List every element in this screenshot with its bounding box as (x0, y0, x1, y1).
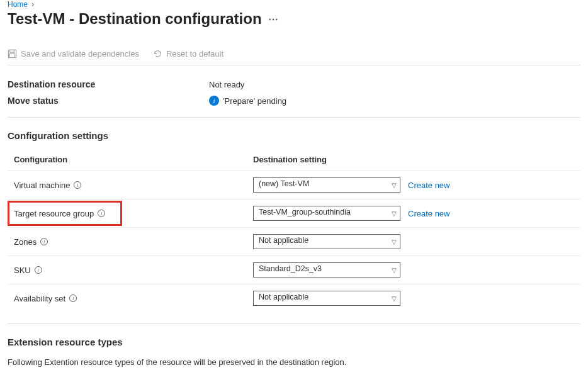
info-icon[interactable]: i (74, 181, 81, 189)
row-availability-set: Availability set i Not applicable ▽ (8, 284, 580, 312)
config-table-header: Configuration Destination setting (8, 151, 580, 171)
chevron-right-icon: › (30, 0, 36, 9)
breadcrumb-home[interactable]: Home (8, 0, 28, 9)
rg-select[interactable]: Test-VM_group-southindia (253, 206, 400, 221)
info-icon[interactable]: i (40, 238, 48, 245)
reset-button[interactable]: Reset to default (153, 49, 223, 59)
page-title-text: Test-VM - Destination configuration (8, 10, 262, 28)
zones-select[interactable]: Not applicable (253, 234, 400, 249)
sku-label: SKU (14, 266, 31, 275)
save-icon (8, 49, 17, 59)
move-status-value: i 'Prepare' pending (209, 96, 286, 106)
save-button-label: Save and validate dependencies (21, 49, 139, 59)
row-virtual-machine: Virtual machine i (new) Test-VM ▽ Create… (8, 171, 580, 199)
more-icon[interactable]: ⋯ (268, 13, 279, 25)
svg-rect-1 (10, 50, 14, 52)
row-zones: Zones i Not applicable ▽ (8, 227, 580, 255)
vm-create-new-link[interactable]: Create new (408, 181, 449, 190)
toolbar: Save and validate dependencies Reset to … (8, 45, 580, 65)
avset-select[interactable]: Not applicable (253, 291, 400, 306)
ext-description: Following Extention resource types of th… (8, 357, 580, 367)
destination-resource-row: Destination resource Not ready (8, 79, 580, 89)
ext-section-title: Extension resource types (8, 337, 580, 347)
destination-resource-label: Destination resource (8, 79, 209, 89)
rg-create-new-link[interactable]: Create new (408, 209, 449, 218)
divider (8, 323, 580, 324)
info-icon[interactable]: i (35, 266, 42, 274)
sku-select[interactable]: Standard_D2s_v3 (253, 262, 400, 278)
svg-rect-2 (9, 54, 14, 58)
config-section-title: Configuration settings (8, 130, 580, 141)
destination-resource-value: Not ready (209, 79, 244, 89)
avset-label: Availability set (14, 294, 65, 303)
header-destination-setting: Destination setting (253, 155, 580, 164)
info-icon[interactable]: i (98, 210, 105, 217)
vm-label: Virtual machine (14, 181, 70, 190)
row-sku: SKU i Standard_D2s_v3 ▽ (8, 255, 580, 284)
undo-icon (153, 49, 162, 59)
header-configuration: Configuration (14, 155, 253, 164)
zones-label: Zones (14, 237, 37, 247)
move-status-row: Move status i 'Prepare' pending (8, 96, 580, 106)
info-icon: i (209, 96, 219, 106)
breadcrumb: Home › (8, 0, 580, 10)
rg-label: Target resource group (14, 209, 94, 218)
divider (8, 117, 580, 118)
vm-select[interactable]: (new) Test-VM (253, 177, 400, 193)
reset-button-label: Reset to default (166, 49, 223, 59)
move-status-label: Move status (8, 96, 209, 106)
info-icon[interactable]: i (69, 294, 77, 302)
save-button[interactable]: Save and validate dependencies (8, 49, 139, 59)
page-title: Test-VM - Destination configuration ⋯ (8, 10, 580, 28)
row-target-resource-group: Target resource group i Test-VM_group-so… (8, 199, 580, 227)
move-status-text: 'Prepare' pending (223, 96, 286, 106)
